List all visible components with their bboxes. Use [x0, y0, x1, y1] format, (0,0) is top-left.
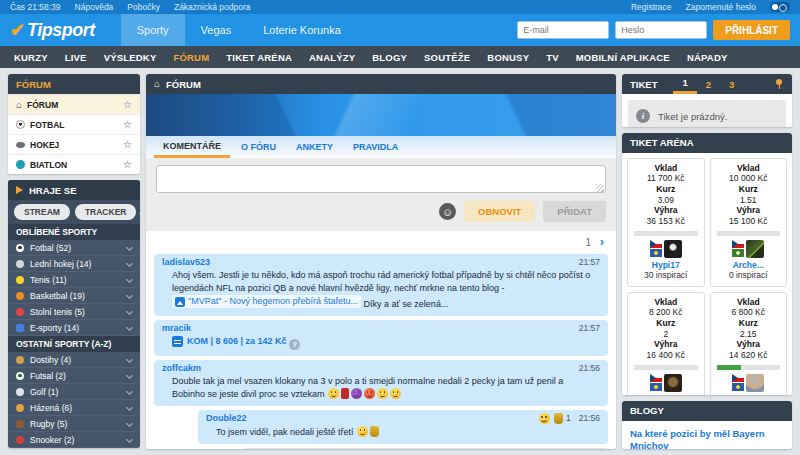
- arena-ticket-card[interactable]: Vklad 10 000 Kč Kurz 1.51 Výhra 15 100 K…: [710, 158, 788, 287]
- page-number[interactable]: 1: [585, 237, 591, 248]
- arena-user-link[interactable]: Ronv...: [631, 394, 701, 395]
- comment-author[interactable]: zoffcakm: [162, 363, 201, 373]
- support-link[interactable]: Zákaznická podpora: [174, 2, 251, 12]
- arena-user-link[interactable]: Hypi17: [631, 260, 701, 271]
- email-field[interactable]: [517, 21, 609, 39]
- nav-napady[interactable]: NÁPADY: [687, 52, 728, 63]
- arena-ticket-card[interactable]: Vklad 8 200 Kč Kurz 2 Výhra 16 400 Kč Ro…: [627, 292, 705, 395]
- nav-tiket-arena[interactable]: TIKET ARÉNA: [226, 52, 292, 63]
- nav-forum[interactable]: FÓRUM: [173, 52, 209, 63]
- comment-author[interactable]: mracik: [162, 323, 191, 333]
- arena-user-link[interactable]: ElGre...: [714, 394, 784, 395]
- ticket-tab-2[interactable]: 2: [697, 74, 720, 94]
- sidebar-item-fotbal[interactable]: FOTBAL ☆: [8, 114, 140, 134]
- chevron-down-icon[interactable]: [126, 308, 133, 315]
- chevron-down-icon[interactable]: [126, 324, 133, 331]
- branches-link[interactable]: Pobočky: [127, 2, 160, 12]
- favorite-star-icon[interactable]: ☆: [123, 139, 132, 150]
- emoji-picker-button[interactable]: ☺: [439, 203, 456, 220]
- chevron-down-icon[interactable]: [126, 244, 133, 251]
- chevron-down-icon[interactable]: [126, 404, 133, 411]
- nav-vysledky[interactable]: VÝSLEDKY: [104, 52, 157, 63]
- puck-icon: [16, 142, 25, 148]
- arena-ticket-card[interactable]: Vklad 6 800 Kč Kurz 2.15 Výhra 14 620 Kč…: [710, 292, 788, 395]
- theme-toggle[interactable]: [770, 2, 790, 12]
- sidebar-sport-tenis[interactable]: Tenis (11): [8, 272, 140, 288]
- forum-panel-header: FÓRUM: [8, 74, 140, 94]
- chevron-down-icon[interactable]: [126, 276, 133, 283]
- rugby-icon: [16, 420, 24, 428]
- sidebar-sport-stolni-tenis[interactable]: Stolní tenis (5): [8, 304, 140, 320]
- tracker-button[interactable]: TRACKER: [75, 204, 137, 220]
- pin-icon[interactable]: [774, 78, 784, 90]
- tab-ankety[interactable]: ANKETY: [287, 136, 342, 158]
- resize-handle[interactable]: [596, 184, 604, 192]
- sidebar-item-forum[interactable]: ⌂ FÓRUM ☆: [8, 94, 140, 114]
- sidebar-sport-rugby[interactable]: Rugby (5): [8, 416, 140, 432]
- tab-o-foru[interactable]: O FÓRU: [232, 136, 285, 158]
- nav-mobilni-aplikace[interactable]: MOBILNÍ APLIKACE: [576, 52, 670, 63]
- ticket-tab-1[interactable]: 1: [673, 74, 696, 94]
- comment-author[interactable]: ladislav523: [162, 257, 210, 267]
- sidebar-sport-ledni-hokej[interactable]: Lední hokej (14): [8, 256, 140, 272]
- help-link[interactable]: Nápověda: [75, 2, 114, 12]
- login-button[interactable]: PŘIHLÁSIT: [713, 20, 790, 40]
- tab-sporty[interactable]: Sporty: [121, 14, 185, 46]
- blog-link[interactable]: "MVPat" - Nový hegemon přebírá štafetu..…: [172, 295, 361, 308]
- nav-analyzy[interactable]: ANALÝZY: [309, 52, 355, 63]
- chevron-down-icon[interactable]: [126, 260, 133, 267]
- sidebar-sport-golf[interactable]: Golf (1): [8, 384, 140, 400]
- sidebar-sport-snooker[interactable]: Snooker (2): [8, 432, 140, 448]
- chevron-down-icon[interactable]: [126, 292, 133, 299]
- next-page-icon[interactable]: ›: [600, 238, 604, 248]
- tab-komentare[interactable]: KOMENTÁŘE: [154, 136, 230, 158]
- comment-text: To jsem viděl, pak nedali ještě třetí: [206, 424, 600, 439]
- tab-pravidla[interactable]: PRAVIDLA: [344, 136, 407, 158]
- chevron-down-icon[interactable]: [126, 388, 133, 395]
- progress-bar: [717, 231, 781, 236]
- favorite-star-icon[interactable]: ☆: [123, 119, 132, 130]
- chevron-down-icon[interactable]: [126, 356, 133, 363]
- ticket-tab-3[interactable]: 3: [720, 74, 743, 94]
- arena-ticket-card[interactable]: Vklad 11 700 Kč Kurz 3.09 Výhra 36 153 K…: [627, 158, 705, 287]
- nav-bonusy[interactable]: BONUSY: [487, 52, 529, 63]
- add-comment-button[interactable]: PŘIDAT: [543, 201, 606, 222]
- sidebar-sport-esporty[interactable]: E-sporty (14): [8, 320, 140, 336]
- kom-ticket-badge[interactable]: KOM | 8 606 | za 142 Kč: [172, 335, 287, 348]
- nav-kurzy[interactable]: KURZY: [14, 52, 48, 63]
- sidebar-sport-dostihy[interactable]: Dostihy (4): [8, 352, 140, 368]
- refresh-button[interactable]: OBNOVIT: [464, 201, 535, 222]
- chevron-down-icon[interactable]: [126, 372, 133, 379]
- tipsport-logo[interactable]: ✔ Tipsport: [10, 19, 95, 41]
- sidebar-sport-futsal[interactable]: Futsal (2): [8, 368, 140, 384]
- nav-tv[interactable]: TV: [546, 52, 559, 63]
- password-field[interactable]: [615, 21, 707, 39]
- blogs-panel-header: BLOGY: [622, 401, 792, 421]
- comment-input[interactable]: [156, 165, 606, 193]
- club-flag-icon: [732, 249, 744, 257]
- chevron-down-icon[interactable]: [126, 436, 133, 443]
- blog-post-link[interactable]: Na které pozici by měl Bayern Mnichov: [630, 428, 784, 449]
- sidebar-item-hokej[interactable]: HOKEJ ☆: [8, 134, 140, 154]
- comment-author[interactable]: Double22: [206, 413, 247, 423]
- tab-loterie-korunka[interactable]: Loterie Korunka: [247, 14, 357, 46]
- tab-vegas[interactable]: Vegas: [185, 14, 248, 46]
- favorite-star-icon[interactable]: ☆: [123, 159, 132, 170]
- nav-blogy[interactable]: BLOGY: [372, 52, 407, 63]
- chevron-down-icon[interactable]: [126, 420, 133, 427]
- favorite-star-icon[interactable]: ☆: [123, 99, 132, 110]
- sidebar-item-biatlon[interactable]: BIATLON ☆: [8, 154, 140, 174]
- progress-bar: [717, 365, 781, 370]
- nav-live[interactable]: LIVE: [65, 52, 87, 63]
- question-mark-icon[interactable]: ?: [289, 339, 300, 350]
- sidebar-sport-basketbal[interactable]: Basketbal (19): [8, 288, 140, 304]
- sidebar-sport-fotbal[interactable]: Fotbal (52): [8, 240, 140, 256]
- nav-souteze[interactable]: SOUTĚŽE: [424, 52, 470, 63]
- stream-button[interactable]: STREAM: [14, 204, 70, 220]
- biathlon-icon: [16, 160, 25, 169]
- arena-user-link[interactable]: Arche...: [714, 260, 784, 271]
- forgot-password-link[interactable]: Zapomenuté heslo: [686, 2, 756, 12]
- registration-link[interactable]: Registrace: [631, 2, 672, 12]
- sidebar-sport-hazena[interactable]: Házená (6): [8, 400, 140, 416]
- reaction-badge[interactable]: 1: [538, 413, 571, 424]
